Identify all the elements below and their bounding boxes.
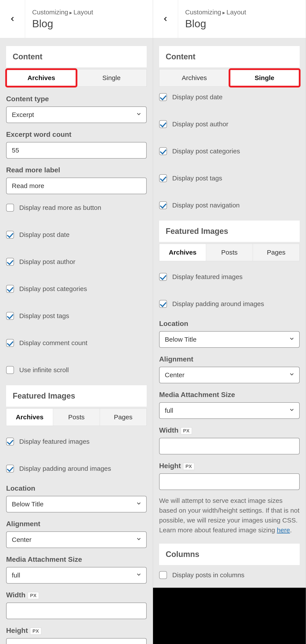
check-padding-images[interactable]: Display padding around images <box>159 300 300 308</box>
select-media-size[interactable]: full <box>6 567 147 584</box>
checkbox[interactable] <box>159 300 167 308</box>
tab-featured-posts[interactable]: Posts <box>206 244 253 261</box>
tab-single[interactable]: Single <box>77 69 147 86</box>
info-text: We will attempt to serve exact image siz… <box>159 496 300 535</box>
checkbox[interactable] <box>6 285 14 293</box>
check-infinite-scroll[interactable]: Use infinite scroll <box>6 366 147 374</box>
tab-featured-archives[interactable]: Archives <box>6 408 53 426</box>
section-featured-images: Featured Images <box>6 385 147 407</box>
input-height[interactable] <box>6 638 147 644</box>
checkbox[interactable] <box>159 120 167 128</box>
label-location: Location <box>159 320 300 328</box>
label-width: WidthPX <box>6 591 147 599</box>
checkbox[interactable] <box>6 339 14 347</box>
chevron-down-icon <box>136 536 142 544</box>
select-location[interactable]: Below Title <box>6 496 147 512</box>
select-content-type[interactable]: Excerpt <box>6 106 147 123</box>
check-post-author[interactable]: Display post author <box>6 258 147 266</box>
tab-featured-posts[interactable]: Posts <box>53 408 100 426</box>
label-media-size: Media Attachment Size <box>6 556 147 564</box>
label-location: Location <box>6 484 147 492</box>
checkbox[interactable] <box>159 571 167 579</box>
checkbox[interactable] <box>6 465 14 472</box>
section-content: Content <box>159 46 300 68</box>
check-post-categories[interactable]: Display post categories <box>6 285 147 293</box>
check-post-tags[interactable]: Display post tags <box>6 312 147 320</box>
unit-badge: PX <box>30 628 41 634</box>
label-height: HeightPX <box>6 626 147 634</box>
check-comment-count[interactable]: Display comment count <box>6 339 147 347</box>
tab-archives[interactable]: Archives <box>159 69 229 86</box>
section-content: Content <box>6 46 147 68</box>
checkbox[interactable] <box>159 201 167 209</box>
label-content-type: Content type <box>6 95 147 103</box>
label-alignment: Alignment <box>6 520 147 528</box>
check-post-tags[interactable]: Display post tags <box>159 174 300 182</box>
label-width: WidthPX <box>159 426 300 434</box>
chevron-down-icon <box>289 371 295 379</box>
check-posts-columns[interactable]: Display posts in columns <box>159 571 300 579</box>
breadcrumb: Customizing▸Layout <box>185 8 246 16</box>
page-title: Blog <box>32 18 93 30</box>
featured-tabs: Archives Posts Pages <box>159 244 300 261</box>
chevron-down-icon <box>289 336 295 344</box>
section-columns: Columns <box>159 544 300 565</box>
check-padding-images[interactable]: Display padding around images <box>6 465 147 472</box>
check-featured-images[interactable]: Display featured images <box>159 273 300 281</box>
checkbox[interactable] <box>6 204 14 212</box>
label-read-more: Read more label <box>6 166 147 174</box>
checkbox[interactable] <box>6 438 14 446</box>
checkbox[interactable] <box>159 147 167 155</box>
check-post-date[interactable]: Display post date <box>6 231 147 239</box>
checkbox[interactable] <box>6 312 14 320</box>
page-title: Blog <box>185 18 246 30</box>
tab-featured-pages[interactable]: Pages <box>100 408 147 426</box>
unit-badge: PX <box>181 427 192 434</box>
content-tabs: Archives Single <box>6 69 147 86</box>
checkbox[interactable] <box>6 231 14 239</box>
tab-featured-pages[interactable]: Pages <box>253 244 300 261</box>
section-featured-images: Featured Images <box>159 220 300 242</box>
select-alignment[interactable]: Center <box>6 532 147 548</box>
input-excerpt-word-count[interactable]: 55 <box>6 142 147 158</box>
input-width[interactable] <box>159 438 300 454</box>
back-button[interactable] <box>153 0 178 38</box>
checkbox[interactable] <box>159 273 167 281</box>
label-media-size: Media Attachment Size <box>159 391 300 399</box>
chevron-down-icon <box>136 572 142 579</box>
panel-header: Customizing▸Layout Blog <box>153 0 306 38</box>
tab-single[interactable]: Single <box>229 69 300 86</box>
check-post-author[interactable]: Display post author <box>159 120 300 128</box>
label-height: HeightPX <box>159 462 300 470</box>
checkbox[interactable] <box>159 93 167 101</box>
chevron-down-icon <box>289 407 295 414</box>
label-excerpt-word-count: Excerpt word count <box>6 130 147 138</box>
check-post-categories[interactable]: Display post categories <box>159 147 300 155</box>
checkbox[interactable] <box>159 174 167 182</box>
tab-archives[interactable]: Archives <box>6 69 77 86</box>
breadcrumb: Customizing▸Layout <box>32 8 93 16</box>
check-read-more-button[interactable]: Display read more as button <box>6 204 147 212</box>
panel-header: Customizing▸Layout Blog <box>0 0 153 38</box>
content-tabs: Archives Single <box>159 69 300 86</box>
unit-badge: PX <box>183 463 194 470</box>
checkbox[interactable] <box>6 366 14 374</box>
check-post-navigation[interactable]: Display post navigation <box>159 201 300 209</box>
input-read-more[interactable]: Read more <box>6 178 147 194</box>
input-height[interactable] <box>159 474 300 490</box>
preview-area <box>153 588 306 644</box>
chevron-down-icon <box>136 500 142 508</box>
back-button[interactable] <box>0 0 25 38</box>
check-post-date[interactable]: Display post date <box>159 93 300 101</box>
chevron-down-icon <box>136 111 142 119</box>
info-link[interactable]: here <box>277 526 290 534</box>
input-width[interactable] <box>6 602 147 619</box>
select-alignment[interactable]: Center <box>159 367 300 383</box>
tab-featured-archives[interactable]: Archives <box>159 244 206 261</box>
unit-badge: PX <box>28 592 39 599</box>
check-featured-images[interactable]: Display featured images <box>6 438 147 446</box>
label-alignment: Alignment <box>159 355 300 363</box>
select-location[interactable]: Below Title <box>159 331 300 348</box>
checkbox[interactable] <box>6 258 14 266</box>
select-media-size[interactable]: full <box>159 402 300 419</box>
